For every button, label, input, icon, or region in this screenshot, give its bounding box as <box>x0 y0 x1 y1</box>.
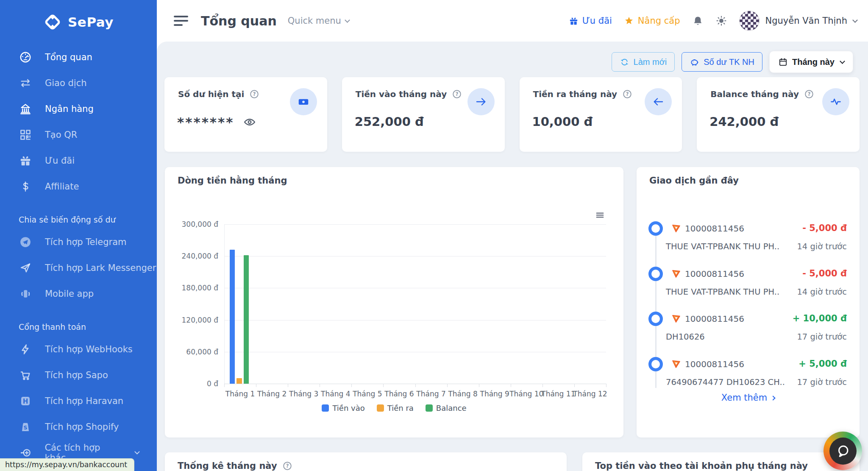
sidebar-section-heading: Chia sẻ biến động số dư <box>0 210 157 229</box>
x-axis-label: Tháng 7 <box>413 390 449 398</box>
stat-card-value: ******* <box>177 114 234 130</box>
sidebar-item--u-i[interactable]: Ưu đãi <box>0 148 157 173</box>
y-axis-label: 60,000 đ <box>172 348 218 356</box>
sidebar-item-affiliate[interactable]: Affiliate <box>0 173 157 199</box>
sidebar-item-t-ch-h-p-webhooks[interactable]: Tích hợp WebHooks <box>0 336 157 362</box>
stat-card-value: 252,000 đ <box>355 114 424 129</box>
x-axis-tick <box>511 384 511 387</box>
y-axis-label: 180,000 đ <box>172 284 218 292</box>
stat-card-1: Tiền vào tháng này?252,000 đ <box>342 77 505 152</box>
timeline-dot <box>648 267 663 281</box>
cart-icon <box>19 368 32 382</box>
svg-text:?: ? <box>626 91 629 97</box>
sidebar-item-label: Tích hợp Shopify <box>45 422 119 432</box>
stat-cards-row: Số dư hiện tại?*******Tiền vào tháng này… <box>164 77 860 152</box>
arrow-right-icon <box>467 88 495 115</box>
sidebar-nav: Tổng quanGiao dịchNgân hàngTạo QRƯu đãiA… <box>0 44 157 465</box>
top-inflow-panel: Top tiền vào theo tài khoản phụ tháng nà… <box>582 452 860 471</box>
stat-card-title: Số dư hiện tại <box>178 89 244 99</box>
menu-toggle-icon[interactable] <box>174 15 189 26</box>
sidebar-item-label: Giao dịch <box>45 78 87 88</box>
chevron-down-icon <box>852 17 858 23</box>
pulse-icon <box>822 88 849 115</box>
x-axis-label: Tháng 12 <box>572 390 608 398</box>
sidebar-item-t-ch-h-p-haravan[interactable]: HTích hợp Haravan <box>0 388 157 414</box>
stat-card-value: 242,000 đ <box>709 114 779 129</box>
gift-icon <box>569 16 579 26</box>
help-icon[interactable]: ? <box>249 89 259 99</box>
x-axis-label: Tháng 10 <box>509 390 545 398</box>
transaction-time: 14 giờ trước <box>797 287 847 297</box>
sidebar-item-t-ch-h-p-sapo[interactable]: Tích hợp Sapo <box>0 362 157 388</box>
sepay-logo-icon <box>43 13 62 31</box>
brand-logo[interactable]: SePay <box>0 0 157 44</box>
integrations-icon <box>19 446 32 460</box>
quick-menu-dropdown[interactable]: Quick menu <box>288 16 349 26</box>
sidebar-item-giao-d-ch[interactable]: Giao dịch <box>0 70 157 96</box>
transaction-time: 17 giờ trước <box>797 332 847 342</box>
sidebar-item-t-ch-h-p-shopify[interactable]: STích hợp Shopify <box>0 414 157 440</box>
sidebar: SePay Tổng quanGiao dịchNgân hàngTạo QRƯ… <box>0 0 157 471</box>
avatar <box>739 11 760 31</box>
svg-text:?: ? <box>808 91 811 97</box>
tpbank-logo-icon <box>670 358 682 370</box>
banknote-icon <box>290 88 317 115</box>
x-axis-label: Tháng 8 <box>445 390 481 398</box>
x-axis-tick <box>542 384 543 387</box>
see-more-link[interactable]: Xem thêm <box>637 393 860 403</box>
stat-card-2: Tiền ra tháng này?10,000 đ <box>520 77 682 152</box>
promo-link[interactable]: Ưu đãi <box>569 16 612 26</box>
sidebar-item-mobile-app[interactable]: Mobile app <box>0 281 157 307</box>
sidebar-item-label: Ngân hàng <box>45 104 94 114</box>
upgrade-link[interactable]: Nâng cấp <box>624 16 680 26</box>
transaction-time: 17 giờ trước <box>797 377 847 387</box>
browser-status-url: https://my.sepay.vn/bankaccount <box>0 458 134 471</box>
sidebar-item-t-ng-quan[interactable]: Tổng quan <box>0 44 157 70</box>
help-icon[interactable]: ? <box>804 89 814 99</box>
gridline <box>224 352 606 352</box>
x-axis-tick <box>351 384 352 387</box>
sidebar-item-ng-n-h-ng[interactable]: Ngân hàng <box>0 96 157 122</box>
refresh-button[interactable]: Làm mới <box>612 52 675 72</box>
tpbank-logo-icon <box>670 268 682 279</box>
bank-balance-button[interactable]: Số dư TK NH <box>682 52 762 72</box>
x-axis-tick <box>288 384 288 387</box>
cashflow-chart-panel: Dòng tiền hằng tháng 0 đ60,000 đ120,000 … <box>165 167 623 438</box>
theme-sun-icon[interactable] <box>715 15 727 27</box>
refresh-icon <box>620 57 629 67</box>
legend-item-balance[interactable]: Balance <box>426 404 467 412</box>
period-select-button[interactable]: Tháng này <box>769 51 853 73</box>
legend-item-ti-n-ra[interactable]: Tiền ra <box>377 404 414 412</box>
stat-card-0: Số dư hiện tại?******* <box>164 77 327 152</box>
stat-card-title: Tiền ra tháng này <box>533 89 618 99</box>
stat-card-title: Tiền vào tháng này <box>356 89 447 99</box>
eye-icon[interactable] <box>243 116 256 128</box>
sidebar-item-t-ch-h-p-lark-messenger[interactable]: Tích hợp Lark Messenger <box>0 255 157 281</box>
chevron-down-icon <box>840 59 845 64</box>
chevron-right-icon <box>771 396 776 400</box>
svg-text:S: S <box>23 424 27 430</box>
chart-bar-balance-1 <box>244 255 249 384</box>
help-icon[interactable]: ? <box>452 89 462 99</box>
sidebar-item-t-o-qr[interactable]: Tạo QR <box>0 122 157 148</box>
transfer-icon <box>19 76 32 90</box>
x-axis-label: Tháng 4 <box>317 390 353 398</box>
help-icon[interactable]: ? <box>622 89 632 99</box>
user-menu[interactable]: Nguyễn Văn Thịnh <box>739 11 857 31</box>
chat-fab-button[interactable] <box>823 432 862 470</box>
chat-bubble-icon <box>829 438 857 465</box>
legend-chip <box>426 404 433 412</box>
sidebar-item-t-ch-h-p-telegram[interactable]: Tích hợp Telegram <box>0 229 157 255</box>
legend-item-ti-n-v-o[interactable]: Tiền vào <box>322 404 364 412</box>
help-icon[interactable]: ? <box>282 461 292 471</box>
chevron-down-icon <box>345 17 350 23</box>
bank-icon <box>19 102 32 116</box>
sidebar-item-label: Tạo QR <box>45 130 77 140</box>
svg-text:?: ? <box>253 91 256 97</box>
x-axis-tick <box>320 384 320 387</box>
transaction-description: THUE VAT-TPBANK THU PH.. <box>666 287 779 297</box>
notifications-bell-icon[interactable] <box>692 15 704 27</box>
y-axis-label: 120,000 đ <box>172 316 218 324</box>
dollar-icon <box>19 180 32 193</box>
telegram-icon <box>19 235 32 249</box>
